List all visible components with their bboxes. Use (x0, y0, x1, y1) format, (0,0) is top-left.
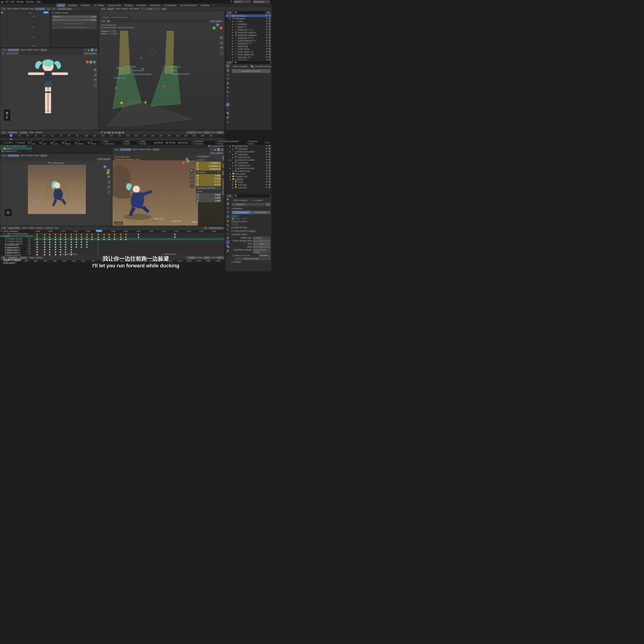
tab[interactable]: 🔿 (226, 210, 230, 214)
dope-marker[interactable]: Marker (36, 227, 43, 229)
update-paths-btn[interactable]: Update All Paths (235, 257, 267, 260)
props2-type[interactable]: ⬚▾ (227, 194, 232, 197)
boneconstr-tab[interactable]: 🔗 (226, 115, 230, 119)
menu-help[interactable]: Help (36, 1, 41, 3)
tl2-start[interactable]: 570 (203, 256, 211, 259)
outliner-item[interactable]: Area.001 (238, 184, 247, 186)
snap-mode[interactable]: Nearest Frame (57, 8, 72, 10)
dope-channel[interactable]: torso (5, 235, 10, 237)
persp-icon[interactable]: ⬚ (93, 83, 97, 87)
axis-gizmo-vp1[interactable]: X Y Z (86, 58, 96, 68)
pose-pos-btn[interactable]: Pose Position (232, 211, 251, 214)
eye-icon[interactable]: 👁 (265, 186, 268, 189)
scene-tab[interactable]: 🔿 (226, 77, 230, 81)
camera-icon[interactable]: 📷 (268, 20, 271, 22)
camera-icon[interactable]: 📷 (268, 23, 271, 25)
vp1-editor[interactable]: ⬚ (1, 52, 5, 55)
vp4-select[interactable]: Select (139, 148, 145, 151)
eye-icon[interactable]: 👁 (265, 178, 268, 180)
camera-icon[interactable]: 📷 (268, 150, 271, 153)
camera-icon[interactable]: 📷 (190, 179, 194, 183)
icon[interactable] (9, 52, 12, 55)
autokey-icon[interactable]: ● (100, 131, 104, 134)
jump-start-icon[interactable]: ⏮ (104, 131, 107, 134)
shading-icon[interactable]: ◐ (214, 148, 217, 151)
eye-icon[interactable]: 👁 (265, 159, 268, 161)
checkbox-icon[interactable]: ☑ (52, 12, 54, 14)
eye-icon[interactable]: 👁 (265, 164, 268, 167)
camera-icon[interactable]: 📷 (268, 48, 271, 50)
vp1-select[interactable]: Select (26, 49, 33, 51)
tab-item[interactable]: Item (222, 155, 225, 161)
shading-icon[interactable]: ◐ (87, 48, 90, 51)
camera-icon[interactable]: 📷 (107, 185, 111, 189)
bonegroups-header[interactable]: Bone Groups (234, 226, 247, 229)
eye-icon[interactable]: 👁 (265, 162, 268, 164)
action-camera[interactable]: Camera.011 (5, 150, 17, 152)
outliner-item[interactable]: Body.Face (238, 42, 248, 45)
camera-icon[interactable]: 📷 (268, 56, 271, 58)
vp4-view[interactable]: View (133, 148, 137, 151)
camera-icon[interactable]: 📷 (268, 17, 271, 20)
eye-icon[interactable]: 👁 (265, 20, 268, 22)
icon[interactable] (12, 52, 15, 55)
eye-icon[interactable]: 👁 (265, 34, 268, 36)
shading-icon[interactable]: ◉ (94, 48, 97, 51)
dope-tracks[interactable]: 1060106510701075108010851090109511001105… (33, 230, 225, 256)
rot-mode[interactable]: Quaternion (WXYZ) (197, 187, 220, 189)
modifier-tab[interactable]: 🔧 (226, 90, 230, 94)
data-tab[interactable]: 人 (226, 107, 230, 111)
ws-rendering[interactable]: Rendering (149, 4, 161, 7)
zoom-icon[interactable]: 🔍 (190, 169, 194, 173)
outliner-item[interactable]: Body.Eye.R (238, 37, 250, 39)
eye-icon[interactable]: 👁 (265, 56, 268, 58)
outliner-item[interactable]: Camera.010 (238, 156, 250, 158)
outliner-item[interactable]: Animation (235, 17, 245, 20)
camera-icon[interactable]: 📷 (268, 162, 271, 164)
keyframe[interactable] (55, 254, 56, 256)
axis-gizmo-vp4[interactable]: X Y Z (182, 158, 192, 168)
constraint-tab[interactable]: 🔗 (226, 103, 230, 107)
frame-end[interactable]: 250 (216, 131, 224, 134)
frame-start[interactable]: 1 (203, 131, 211, 134)
tl-keying[interactable]: Keying (19, 131, 27, 134)
vp4-pose[interactable]: Pose (146, 148, 151, 151)
vp4-type[interactable]: ⬚▾ (113, 148, 118, 151)
eye-icon[interactable]: 👁 (265, 48, 268, 50)
eye-icon[interactable]: 👁 (265, 170, 268, 172)
tab[interactable]: ✦ (226, 227, 230, 231)
outliner-item[interactable]: Camera.010 (235, 145, 248, 147)
icon[interactable] (6, 52, 9, 55)
ws-add[interactable]: + (212, 4, 215, 7)
view-layer[interactable]: ViewLayer (253, 0, 270, 3)
outliner-item[interactable]: Body.Eyebrow (238, 39, 252, 42)
vp1-pose[interactable]: Pose (34, 49, 39, 51)
viewport-pose[interactable]: ⬚▾ Pose Mode View Select Pose Global ○ ◐… (112, 147, 225, 226)
persp-icon[interactable]: ⬚ (220, 51, 224, 55)
tl-view[interactable]: View (29, 131, 34, 134)
outliner-item[interactable]: Area (238, 181, 243, 183)
eye-icon[interactable]: 👁 (265, 17, 268, 20)
keyframe[interactable] (60, 254, 61, 256)
eye-icon[interactable]: 👁 (265, 23, 268, 25)
ws-animation[interactable]: Animation (135, 4, 147, 7)
camera-icon[interactable]: 📷 (268, 173, 271, 175)
display-header[interactable]: Display (234, 261, 241, 263)
vp1-view[interactable]: View (20, 49, 25, 51)
output-tab[interactable]: 🖼 (226, 68, 230, 72)
object-tab[interactable]: ▣ (226, 86, 230, 90)
cursor-val-sel-btn[interactable]: Cursor Value to Selection (52, 26, 97, 29)
hdr-view2[interactable]: View (115, 8, 120, 10)
camera-icon[interactable]: 📷 (268, 34, 271, 36)
camera-icon[interactable]: 📷 (268, 184, 271, 186)
cursor-to-sel-btn[interactable]: Cursor to Selection (52, 22, 97, 25)
snap-icon[interactable]: ⬚ (52, 8, 56, 10)
camera-icon[interactable]: 📷 (268, 170, 271, 172)
outliner-item[interactable]: Mint.Armature (232, 15, 247, 17)
vp3-orient[interactable]: Global (40, 154, 48, 157)
proportional-icon[interactable]: ◯ (47, 8, 51, 10)
shading-icon[interactable]: ○ (210, 148, 213, 151)
viewport-camera[interactable]: ⬚▾ Pose Mode View Select Pose Global Pos… (0, 153, 112, 226)
scale-y[interactable]: 1.000 (199, 196, 221, 199)
icon[interactable] (15, 52, 18, 55)
